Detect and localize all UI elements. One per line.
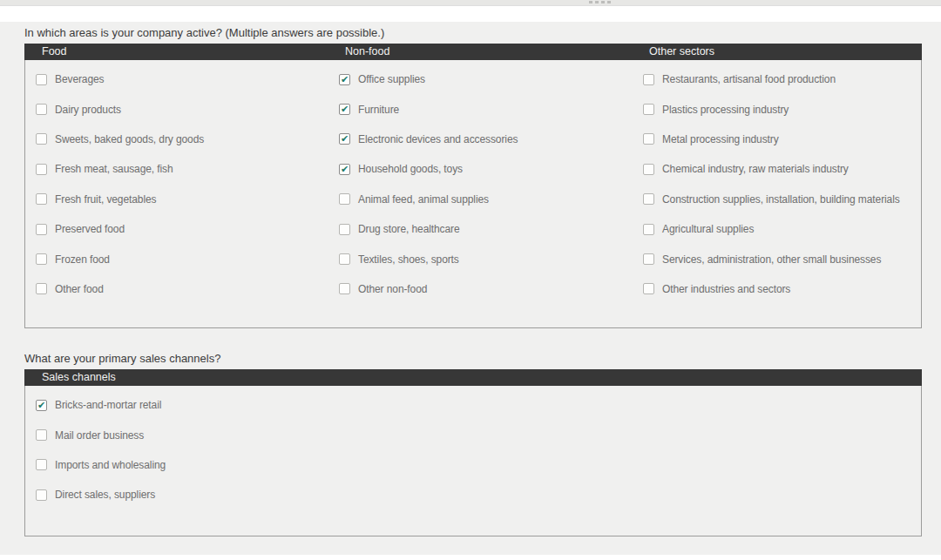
checkbox[interactable] (36, 104, 47, 115)
checkbox-row: Services, administration, other small bu… (633, 244, 921, 273)
checkbox-row: Mail order business (25, 420, 921, 449)
checkbox-row: Agricultural supplies (633, 214, 921, 244)
sales-channels-table-body: Bricks-and-mortar retail Mail order busi… (24, 386, 922, 536)
checkbox-row: Other industries and sectors (633, 274, 921, 304)
page-top-bar (0, 0, 941, 6)
checkbox-label[interactable]: Agricultural supplies (662, 223, 754, 235)
checkbox-label[interactable]: Office supplies (358, 73, 425, 85)
checkbox[interactable] (643, 133, 654, 145)
checkbox[interactable] (643, 104, 654, 115)
checkbox-row: Sweets, baked goods, dry goods (25, 125, 328, 154)
areas-table-body: Beverages Dairy products Sweets, baked g… (24, 60, 922, 328)
checkbox-label[interactable]: Dairy products (55, 104, 121, 116)
sales-channels-table: Sales channels Bricks-and-mortar retail … (24, 369, 922, 536)
checkbox[interactable] (36, 283, 47, 294)
checkbox[interactable] (36, 193, 47, 205)
checkbox-row: Furniture (328, 94, 633, 124)
form-panel: In which areas is your company active? (… (0, 22, 941, 555)
checkbox-label[interactable]: Fresh fruit, vegetables (55, 193, 156, 206)
checkbox[interactable] (643, 283, 654, 294)
checkbox[interactable] (643, 193, 654, 205)
drag-handle-dots-icon[interactable] (589, 1, 613, 3)
checkbox-label[interactable]: Sweets, baked goods, dry goods (55, 133, 204, 145)
checkbox[interactable] (36, 459, 47, 470)
checkbox-row: Animal feed, animal supplies (328, 185, 633, 214)
checkbox-label[interactable]: Electronic devices and accessories (358, 133, 518, 145)
checkbox-label[interactable]: Animal feed, animal supplies (358, 193, 489, 206)
checkbox[interactable] (339, 74, 350, 85)
sales-channels-table-header: Sales channels (24, 369, 922, 386)
checkbox[interactable] (36, 489, 47, 501)
checkbox-row: Chemical industry, raw materials industr… (633, 154, 921, 184)
column-other-sectors: Restaurants, artisanal food production P… (633, 64, 921, 327)
checkbox-row: Bricks-and-mortar retail (25, 390, 921, 420)
checkbox-row: Other food (25, 274, 328, 304)
column-header-food: Food (24, 44, 328, 60)
checkbox-label[interactable]: Preserved food (55, 223, 125, 235)
checkbox[interactable] (36, 253, 47, 265)
checkbox-row: Frozen food (25, 244, 328, 273)
checkbox-label[interactable]: Other food (55, 283, 104, 295)
checkbox[interactable] (36, 74, 47, 85)
question-sales-channels: What are your primary sales channels? (24, 353, 922, 365)
checkbox[interactable] (339, 224, 350, 235)
checkbox-label[interactable]: Mail order business (55, 429, 144, 442)
checkbox-label[interactable]: Bricks-and-mortar retail (55, 399, 161, 411)
column-sales-channels: Bricks-and-mortar retail Mail order busi… (25, 390, 921, 536)
checkbox-row: Construction supplies, installation, bui… (633, 185, 921, 214)
checkbox-row: Fresh meat, sausage, fish (25, 154, 328, 184)
checkbox-row: Office supplies (328, 64, 633, 94)
checkbox-label[interactable]: Metal processing industry (662, 133, 779, 145)
checkbox-label[interactable]: Fresh meat, sausage, fish (55, 163, 173, 175)
checkbox[interactable] (36, 429, 47, 441)
checkbox-label[interactable]: Textiles, shoes, sports (358, 253, 459, 266)
checkbox-label[interactable]: Imports and wholesaling (55, 459, 166, 471)
checkbox-label[interactable]: Beverages (55, 73, 104, 85)
checkbox[interactable] (643, 74, 654, 85)
checkbox-label[interactable]: Construction supplies, installation, bui… (662, 193, 900, 206)
areas-table-header: Food Non-food Other sectors (24, 44, 922, 60)
checkbox[interactable] (36, 224, 47, 235)
checkbox-label[interactable]: Frozen food (55, 253, 110, 266)
checkbox-row: Imports and wholesaling (25, 450, 921, 480)
checkbox[interactable] (36, 133, 47, 145)
checkbox-label[interactable]: Furniture (358, 104, 399, 116)
checkbox-row: Restaurants, artisanal food production (633, 64, 921, 94)
checkbox-label[interactable]: Household goods, toys (358, 163, 463, 175)
checkbox-row: Fresh fruit, vegetables (25, 185, 328, 214)
column-header-non-food: Non-food (328, 44, 632, 60)
checkbox[interactable] (339, 164, 350, 175)
checkbox-row: Plastics processing industry (633, 94, 921, 124)
checkbox[interactable] (643, 253, 654, 265)
checkbox-row: Textiles, shoes, sports (328, 244, 633, 273)
checkbox[interactable] (643, 164, 654, 175)
column-header-other-sectors: Other sectors (632, 44, 920, 60)
checkbox[interactable] (339, 133, 350, 145)
checkbox[interactable] (36, 164, 47, 175)
checkbox[interactable] (339, 104, 350, 115)
checkbox[interactable] (36, 400, 47, 411)
checkbox-label[interactable]: Drug store, healthcare (358, 223, 460, 235)
checkbox-row: Metal processing industry (633, 125, 921, 154)
column-header-sales-channels: Sales channels (24, 369, 920, 386)
checkbox-label[interactable]: Chemical industry, raw materials industr… (662, 163, 849, 175)
checkbox[interactable] (339, 253, 350, 265)
areas-table: Food Non-food Other sectors Beverages Da… (24, 44, 922, 328)
checkbox-label[interactable]: Restaurants, artisanal food production (662, 73, 836, 85)
checkbox-row: Direct sales, suppliers (25, 480, 921, 509)
checkbox-label[interactable]: Other non-food (358, 283, 427, 295)
checkbox-row: Drug store, healthcare (328, 214, 633, 244)
checkbox-label[interactable]: Services, administration, other small bu… (662, 253, 881, 266)
checkbox-row: Dairy products (25, 94, 328, 124)
checkbox[interactable] (643, 224, 654, 235)
checkbox-row: Other non-food (328, 274, 633, 304)
checkbox-row: Preserved food (25, 214, 328, 244)
checkbox-label[interactable]: Other industries and sectors (662, 283, 790, 295)
checkbox[interactable] (339, 283, 350, 294)
checkbox[interactable] (339, 193, 350, 205)
checkbox-label[interactable]: Plastics processing industry (662, 104, 789, 116)
checkbox-row: Household goods, toys (328, 154, 633, 184)
column-non-food: Office supplies Furniture Electronic dev… (328, 64, 633, 327)
checkbox-label[interactable]: Direct sales, suppliers (55, 489, 155, 501)
column-food: Beverages Dairy products Sweets, baked g… (25, 64, 328, 327)
